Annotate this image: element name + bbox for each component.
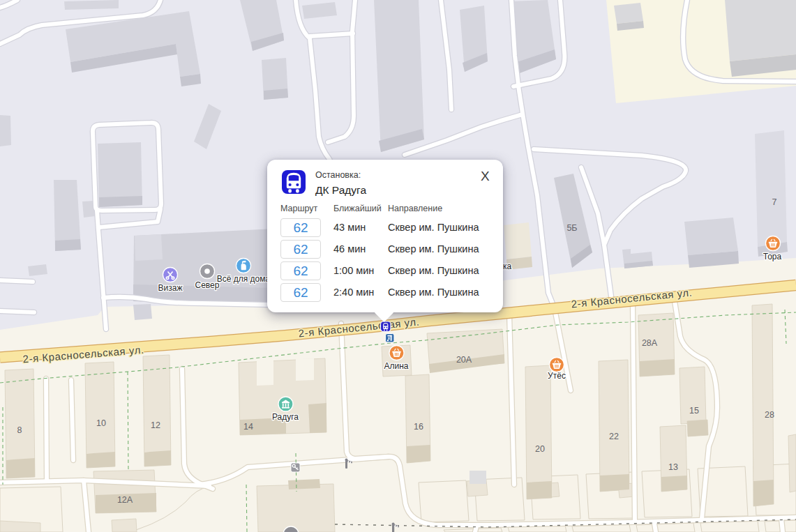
svg-text:7: 7 — [772, 197, 777, 207]
svg-text:13: 13 — [668, 462, 678, 472]
svg-text:12А: 12А — [117, 495, 133, 505]
svg-text:20: 20 — [535, 444, 545, 454]
svg-text:Утёс: Утёс — [548, 371, 566, 381]
svg-text:28А: 28А — [642, 338, 658, 348]
svg-text:Радуга: Радуга — [272, 412, 299, 422]
svg-text:Всё для дома: Всё для дома — [217, 274, 271, 284]
svg-text:14: 14 — [243, 422, 253, 432]
svg-text:Тора: Тора — [763, 252, 782, 261]
svg-text:20А: 20А — [456, 355, 472, 365]
svg-text:22: 22 — [609, 432, 619, 441]
svg-text:ка: ка — [503, 261, 512, 271]
svg-text:15: 15 — [689, 406, 699, 416]
svg-text:Визаж: Визаж — [158, 283, 183, 293]
svg-text:10: 10 — [96, 418, 106, 428]
svg-text:Алина: Алина — [384, 361, 408, 371]
svg-text:Север: Север — [195, 280, 220, 290]
svg-text:12: 12 — [151, 420, 160, 430]
svg-text:8: 8 — [17, 425, 22, 435]
svg-text:16: 16 — [414, 422, 423, 432]
svg-text:28: 28 — [765, 410, 774, 420]
svg-text:5Б: 5Б — [566, 223, 577, 233]
